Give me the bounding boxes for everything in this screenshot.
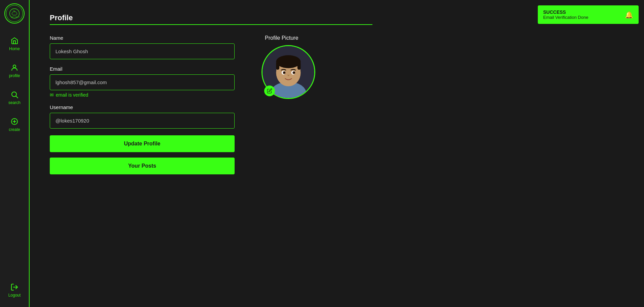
pencil-icon [267,88,272,94]
update-profile-button[interactable]: Update Profile [50,135,235,152]
logo-icon: ARTINEST [9,8,20,19]
home-icon [10,36,19,45]
profile-form: Name Email ✉ email is verified Username … [50,35,235,174]
svg-point-20 [284,72,285,73]
logout-button[interactable]: Logout [0,277,29,304]
username-label: Username [50,104,235,110]
name-input[interactable] [50,43,235,59]
toast-status: SUCCESS [543,9,588,15]
app-logo: ARTINEST [4,3,25,24]
name-label: Name [50,35,235,41]
profile-icon [10,63,19,72]
sidebar-item-label-profile: profile [9,73,20,78]
svg-text:ARTINEST: ARTINEST [11,16,20,18]
toast-content: SUCCESS Email Verification Done [543,9,588,20]
svg-point-21 [294,72,295,73]
email-input[interactable] [50,74,235,90]
envelope-icon: ✉ [50,92,54,98]
your-posts-button[interactable]: Your Posts [50,158,235,174]
toast-notification: SUCCESS Email Verification Done 🔔 [538,5,639,24]
buttons-section: Update Profile Your Posts [50,135,235,174]
username-input[interactable] [50,113,235,129]
bell-icon[interactable]: 🔔 [625,11,633,19]
sidebar-nav: Home profile search create [0,30,29,277]
sidebar-item-home[interactable]: Home [0,30,29,57]
svg-rect-14 [276,62,279,70]
create-icon [10,117,19,126]
profile-picture-section: Profile Picture [261,35,315,99]
sidebar-item-label-home: Home [9,46,20,51]
sidebar-item-label-create: create [9,127,20,132]
logout-icon [10,283,19,292]
email-field-group: Email ✉ email is verified [50,66,235,98]
email-label: Email [50,66,235,72]
email-verified-text: email is verified [56,92,88,98]
avatar-wrapper [261,45,315,99]
svg-point-13 [276,55,300,68]
sidebar-item-profile[interactable]: profile [0,57,29,84]
sidebar: ARTINEST Home profile search [0,0,30,307]
svg-rect-15 [297,62,301,70]
search-icon [10,90,19,99]
edit-avatar-button[interactable] [264,86,275,96]
sidebar-item-create[interactable]: create [0,111,29,138]
username-field-group: Username [50,104,235,129]
sidebar-item-search[interactable]: search [0,84,29,111]
toast-message: Email Verification Done [543,15,588,20]
sidebar-item-label-search: search [8,100,21,105]
profile-layout: Name Email ✉ email is verified Username … [50,35,624,174]
svg-line-4 [16,96,18,98]
name-field-group: Name [50,35,235,59]
title-divider [50,24,372,25]
logout-label: Logout [8,293,21,298]
email-verified-badge: ✉ email is verified [50,92,235,98]
main-content: Profile Name Email ✉ email is verified U… [30,0,644,307]
svg-point-2 [13,65,16,68]
profile-picture-label: Profile Picture [265,35,298,41]
